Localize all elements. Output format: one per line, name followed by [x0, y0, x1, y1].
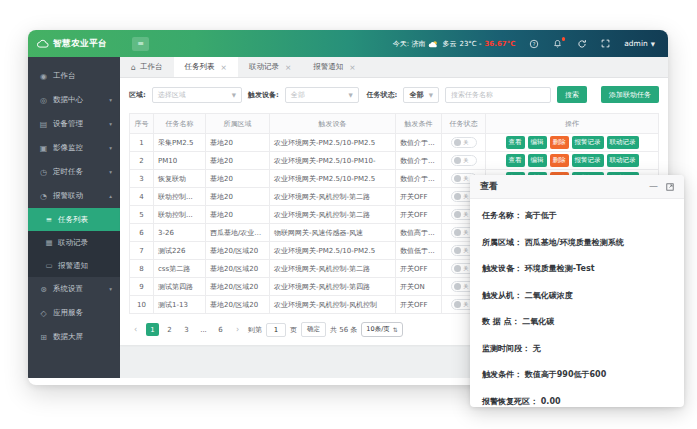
task-name-search-input[interactable] [445, 87, 551, 103]
chevron-down-icon: ▾ [109, 169, 112, 175]
sidebar-collapse-button[interactable]: ≡ [132, 37, 149, 51]
page-button-6[interactable]: 6 [214, 323, 227, 336]
cell-region: 基地20 [206, 170, 270, 188]
device-filter-label: 触发设备: [248, 90, 279, 100]
field-value: 无 [533, 344, 541, 353]
sidebar-item-scheduled-tasks[interactable]: ◷定时任务▾ [28, 160, 120, 184]
alarm-record-button[interactable]: 报警记录 [572, 154, 604, 167]
cell-index: 8 [130, 260, 154, 278]
refresh-icon[interactable] [576, 38, 587, 49]
fullscreen-icon[interactable] [600, 38, 611, 49]
device-select-value: 全部 [291, 90, 305, 100]
sidebar-item-label: 数据大屏 [53, 332, 83, 342]
status-toggle[interactable]: 关 [451, 137, 477, 148]
dialog-field: 监测时间段： 无 [482, 343, 672, 354]
tab-task-list[interactable]: 任务列表× [174, 57, 238, 77]
page-button-3[interactable]: 3 [180, 323, 193, 336]
page-size-select[interactable]: 10条/页⇅ [361, 322, 403, 337]
view-button[interactable]: 查看 [506, 136, 525, 149]
tab-linkage-records[interactable]: 联动记录× [238, 57, 302, 77]
expand-icon[interactable] [666, 183, 674, 191]
linkage-record-button[interactable]: 联动记录 [607, 154, 639, 167]
add-linkage-task-button[interactable]: 添加联动任务 [601, 86, 659, 103]
sidebar-item-app-service[interactable]: ◇应用服务 [28, 301, 120, 325]
column-header: 任务名称 [154, 114, 206, 134]
region-select-placeholder: 选择区域 [158, 90, 186, 100]
sidebar-item-linkage-records[interactable]: ▦联动记录 [28, 231, 120, 254]
cell-region: 西瓜基地/农业环... [206, 224, 270, 242]
help-icon[interactable]: ? [528, 38, 539, 49]
trigger-device-select[interactable]: 全部 ▼ [285, 87, 359, 103]
sidebar-item-label: 报警联动 [53, 191, 83, 201]
view-button[interactable]: 查看 [506, 154, 525, 167]
status-toggle[interactable]: 关 [451, 155, 477, 166]
brand-logo-icon [37, 39, 49, 48]
sidebar-menu: ◉工作台◎数据中心▾▤设备管理▾▣影像监控▾◷定时任务▾◔报警联动▴≡任务列表▦… [28, 64, 120, 349]
close-icon[interactable]: × [221, 63, 227, 72]
cell-task-name: 3-26 [154, 224, 206, 242]
sidebar-item-data-screen[interactable]: ⊞数据大屏 [28, 325, 120, 349]
alarm-icon: ◔ [39, 192, 48, 201]
linkage-record-button[interactable]: 联动记录 [607, 136, 639, 149]
minimize-icon[interactable]: — [649, 182, 658, 191]
tab-bar: ⌂工作台任务列表×联动记录×报警通知× [120, 57, 668, 78]
sidebar-item-device-management[interactable]: ▤设备管理▾ [28, 112, 120, 136]
sidebar-item-alarm-notice[interactable]: ▭报警通知 [28, 254, 120, 277]
brand: 智慧农业平台 [28, 38, 120, 50]
toggle-knob [454, 193, 461, 200]
cell-index: 3 [130, 170, 154, 188]
sidebar-item-alarm-linkage[interactable]: ◔报警联动▴ [28, 184, 120, 208]
page-button-1[interactable]: 1 [146, 323, 159, 336]
alarm-record-button[interactable]: 报警记录 [572, 136, 604, 149]
region-select[interactable]: 选择区域 ▼ [152, 87, 242, 103]
sidebar-item-workbench[interactable]: ◉工作台 [28, 64, 120, 88]
task-status-select[interactable]: 全部 ▼ [403, 87, 439, 103]
cell-task-name: 联动控制... [154, 188, 206, 206]
prev-page-button[interactable]: ‹ [129, 323, 142, 336]
sidebar-item-label: 报警通知 [58, 261, 88, 271]
page-button-2[interactable]: 2 [163, 323, 176, 336]
cell-trigger-device: 农业环境网关-风机控制-第四路 [270, 278, 396, 296]
notification-bell-icon[interactable] [552, 38, 563, 49]
search-button[interactable]: 搜索 [557, 86, 587, 103]
sidebar-item-label: 设备管理 [53, 119, 83, 129]
field-label: 触发设备： [482, 264, 525, 273]
goto-page-suffix: 页 [290, 325, 297, 335]
delete-button[interactable]: 删除 [550, 136, 569, 149]
toggle-off-label: 关 [463, 175, 468, 182]
toggle-knob [454, 301, 461, 308]
region-filter-label: 区域: [129, 90, 146, 100]
toggle-knob [454, 229, 461, 236]
next-page-button[interactable]: › [231, 323, 244, 336]
cell-index: 7 [130, 242, 154, 260]
close-icon[interactable]: × [285, 63, 291, 72]
sidebar-item-label: 影像监控 [53, 143, 83, 153]
sidebar-item-video-monitor[interactable]: ▣影像监控▾ [28, 136, 120, 160]
goto-page-input[interactable] [266, 323, 286, 337]
sidebar-item-task-list[interactable]: ≡任务列表 [28, 208, 120, 231]
goto-confirm-button[interactable]: 确定 [301, 322, 326, 337]
field-label: 任务名称： [482, 211, 525, 220]
app-service-icon: ◇ [39, 309, 48, 318]
sidebar-item-system-settings[interactable]: ⊛系统设置▾ [28, 277, 120, 301]
cell-index: 10 [130, 296, 154, 314]
toggle-off-label: 关 [463, 301, 468, 308]
column-header: 触发设备 [270, 114, 396, 134]
cell-trigger-device: 农业环境网关-风机控制-风机控制 [270, 296, 396, 314]
field-label: 所属区域： [482, 238, 525, 247]
edit-button[interactable]: 编辑 [528, 136, 547, 149]
cell-region: 基地20 [206, 188, 270, 206]
cell-task-name: 恢复联动 [154, 170, 206, 188]
sidebar-item-data-center[interactable]: ◎数据中心▾ [28, 88, 120, 112]
delete-button[interactable]: 删除 [550, 154, 569, 167]
tab-workbench[interactable]: ⌂工作台 [120, 57, 174, 77]
tab-alarm-notice[interactable]: 报警通知× [302, 57, 366, 77]
device-icon: ▤ [39, 120, 48, 129]
edit-button[interactable]: 编辑 [528, 154, 547, 167]
user-menu[interactable]: admin ▼ [624, 39, 655, 48]
page-size-value: 10条/页 [366, 325, 389, 334]
cell-trigger-condition: 开关OFF [396, 188, 442, 206]
cell-region: 基地20/区域20 [206, 242, 270, 260]
close-icon[interactable]: × [349, 63, 355, 72]
cell-operations: 查看编辑删除报警记录联动记录 [486, 152, 659, 170]
